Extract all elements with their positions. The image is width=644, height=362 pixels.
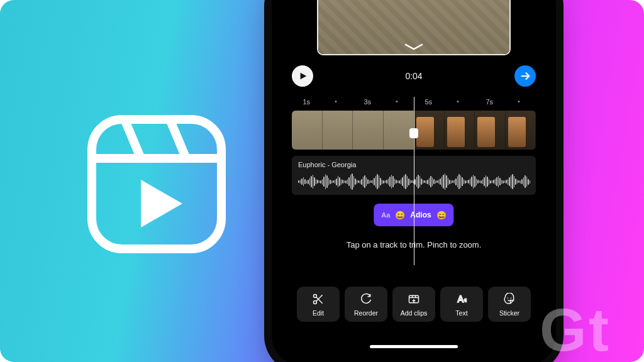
text-style-indicator: Aa xyxy=(381,211,390,219)
sticker-icon xyxy=(503,293,516,305)
add-clips-icon xyxy=(408,293,420,305)
emoji-icon: 😄 xyxy=(395,211,405,220)
add-clips-button[interactable]: Add clips xyxy=(392,287,435,322)
ruler-tick: 7s xyxy=(486,98,493,106)
svg-point-1 xyxy=(314,295,317,298)
svg-point-2 xyxy=(314,301,317,304)
next-button[interactable] xyxy=(514,65,536,87)
ruler-tick: 1s xyxy=(303,98,310,106)
text-button[interactable]: Text xyxy=(440,287,483,322)
phone-screen: 0:04 1s 3s 5s 7s Euphoric xyxy=(278,0,550,359)
home-indicator[interactable] xyxy=(370,345,458,348)
scissors-icon xyxy=(312,293,325,305)
tool-label: Sticker xyxy=(499,309,519,317)
svg-point-4 xyxy=(508,298,509,299)
transport-bar: 0:04 xyxy=(292,65,536,87)
video-preview[interactable] xyxy=(317,0,511,55)
watermark-logo: G t xyxy=(540,294,640,362)
promo-canvas: 0:04 1s 3s 5s 7s Euphoric xyxy=(0,0,644,362)
svg-text:t: t xyxy=(589,296,609,362)
play-button[interactable] xyxy=(292,65,313,87)
playhead[interactable] xyxy=(414,97,414,265)
editor-toolbar: Edit Reorder Add clips Text Sticker xyxy=(297,287,531,322)
svg-text:G: G xyxy=(540,296,587,362)
emoji-icon: 😄 xyxy=(436,211,447,220)
reorder-button[interactable]: Reorder xyxy=(345,287,387,322)
playback-time: 0:04 xyxy=(405,71,422,81)
ruler-tick: 3s xyxy=(364,98,371,106)
edit-button[interactable]: Edit xyxy=(297,287,340,322)
svg-point-5 xyxy=(511,298,512,299)
tool-label: Edit xyxy=(313,309,324,317)
phone-frame: 0:04 1s 3s 5s 7s Euphoric xyxy=(272,0,556,362)
rotate-icon xyxy=(360,293,372,305)
collapse-preview-icon[interactable] xyxy=(402,43,426,52)
reels-app-icon xyxy=(83,111,230,258)
sticker-button[interactable]: Sticker xyxy=(488,287,531,322)
tool-label: Add clips xyxy=(401,309,428,317)
ruler-tick: 5s xyxy=(425,98,432,106)
text-icon xyxy=(455,293,468,305)
tool-label: Reorder xyxy=(354,309,378,317)
tool-label: Text xyxy=(455,309,467,317)
svg-rect-0 xyxy=(92,119,221,249)
